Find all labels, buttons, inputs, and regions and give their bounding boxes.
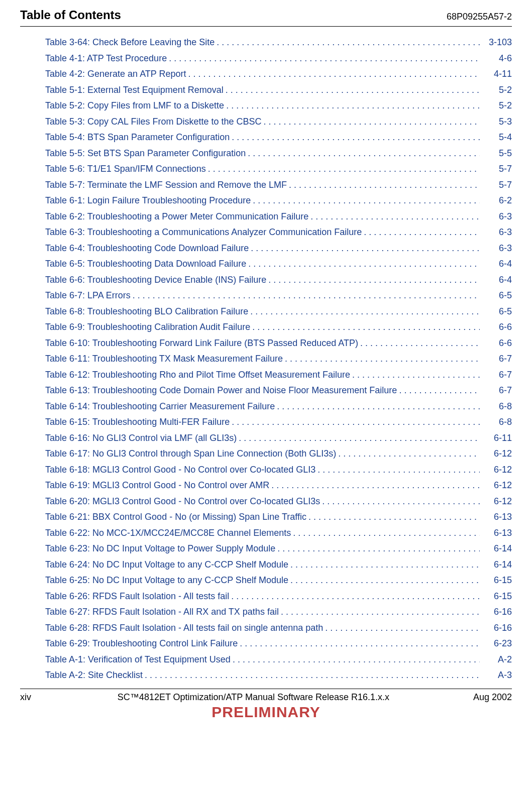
toc-entry[interactable]: Table 6-20: MGLI3 Control Good - No Cont…: [45, 494, 512, 510]
toc-entry-leader: [233, 652, 480, 668]
toc-entry[interactable]: Table 6-6: Troubleshooting Device Enable…: [45, 272, 512, 288]
toc-entry[interactable]: Table 6-4: Troubleshooting Code Download…: [45, 241, 512, 257]
toc-entry[interactable]: Table 6-1: Login Failure Troubleshooting…: [45, 193, 512, 209]
toc-entry[interactable]: Table 6-17: No GLI3 Control through Span…: [45, 446, 512, 462]
toc-entry-leader: [325, 620, 480, 636]
toc-entry[interactable]: Table 6-9: Troubleshooting Calibration A…: [45, 319, 512, 335]
toc-entry[interactable]: Table 5-7: Terminate the LMF Session and…: [45, 177, 512, 193]
toc-entry-page: 6-5: [482, 304, 512, 320]
toc-entry-leader: [133, 288, 480, 304]
toc-entry-leader: [281, 604, 480, 620]
toc-entry-page: 6-3: [482, 241, 512, 257]
toc-entry-leader: [250, 304, 480, 320]
toc-entry-page: 6-4: [482, 272, 512, 288]
toc-entry-page: 5-4: [482, 130, 512, 146]
toc-entry[interactable]: Table 6-3: Troubleshooting a Communicati…: [45, 224, 512, 241]
toc-entry[interactable]: Table 6-22: No MCC-1X/MCC24E/MCC8E Chann…: [45, 525, 512, 541]
toc-entry-leader: [271, 478, 480, 494]
toc-entry-label: Table A-2: Site Checklist: [45, 667, 143, 684]
toc-entry-leader: [322, 494, 480, 510]
toc-entry[interactable]: Table 5-5: Set BTS Span Parameter Config…: [45, 146, 512, 162]
toc-entry-page: 6-8: [482, 399, 512, 415]
footer-date: Aug 2002: [452, 692, 512, 703]
toc-entry-leader: [248, 146, 480, 162]
header-docnum: 68P09255A57-2: [447, 12, 512, 22]
toc-entry-page: 5-7: [482, 161, 512, 177]
toc-entry-leader: [360, 335, 480, 352]
toc-entry[interactable]: Table 5-3: Copy CAL Files From Diskette …: [45, 114, 512, 130]
toc-entry[interactable]: Table 6-11: Troubleshooting TX Mask Meas…: [45, 351, 512, 367]
toc-entry-page: 5-2: [482, 98, 512, 114]
toc-entry-label: Table 6-12: Troubleshooting Rho and Pilo…: [45, 367, 350, 383]
toc-entry-label: Table 6-18: MGLI3 Control Good - No Cont…: [45, 462, 315, 478]
toc-entry[interactable]: Table 6-7: LPA Errors6-5: [45, 288, 512, 304]
toc-entry[interactable]: Table 6-13: Troubleshooting Code Domain …: [45, 383, 512, 399]
toc-entry-page: 6-5: [482, 288, 512, 304]
toc-entry-page: 5-2: [482, 82, 512, 98]
toc-entry[interactable]: Table 6-14: Troubleshooting Carrier Meas…: [45, 399, 512, 415]
toc-entry[interactable]: Table 3-64: Check Before Leaving the Sit…: [45, 35, 512, 51]
toc-entry[interactable]: Table 6-16: No GLI3 Control via LMF (all…: [45, 430, 512, 446]
toc-entry[interactable]: Table 6-2: Troubleshooting a Power Meter…: [45, 209, 512, 225]
toc-entry[interactable]: Table 5-6: T1/E1 Span/IFM Connections5-7: [45, 161, 512, 177]
toc-entry[interactable]: Table 6-19: MGLI3 Control Good - No Cont…: [45, 478, 512, 494]
toc-entry-page: 6-8: [482, 414, 512, 430]
toc-entry-leader: [248, 256, 480, 272]
toc-entry[interactable]: Table 6-21: BBX Control Good - No (or Mi…: [45, 509, 512, 525]
toc-entry[interactable]: Table 6-18: MGLI3 Control Good - No Cont…: [45, 462, 512, 478]
toc-entry[interactable]: Table 5-2: Copy Files from LMF to a Disk…: [45, 98, 512, 114]
toc-entry-label: Table 4-1: ATP Test Procedure: [45, 51, 167, 67]
toc-entry-leader: [268, 272, 480, 288]
toc-entry[interactable]: Table 6-24: No DC Input Voltage to any C…: [45, 557, 512, 573]
toc-entry-label: Table 6-8: Troubleshooting BLO Calibrati…: [45, 304, 248, 320]
toc-entry-leader: [352, 367, 480, 383]
toc-entry-leader: [169, 51, 480, 67]
toc-entry[interactable]: Table A-1: Verification of Test Equipmen…: [45, 652, 512, 668]
toc-entry-page: 6-13: [482, 525, 512, 541]
toc-entry-page: 6-11: [482, 430, 512, 446]
toc-entry-page: A-3: [482, 667, 512, 684]
toc-entry-page: 5-5: [482, 146, 512, 162]
toc-entry-label: Table 5-5: Set BTS Span Parameter Config…: [45, 146, 246, 162]
toc-entry[interactable]: Table 6-8: Troubleshooting BLO Calibrati…: [45, 304, 512, 320]
toc-entry[interactable]: Table 6-10: Troubleshooting Forward Link…: [45, 335, 512, 352]
toc-entry[interactable]: Table 4-2: Generate an ATP Report4-11: [45, 66, 512, 82]
toc-entry-label: Table 6-22: No MCC-1X/MCC24E/MCC8E Chann…: [45, 525, 291, 541]
toc-entry-leader: [293, 525, 480, 541]
toc-entry-label: Table 6-29: Troubleshooting Control Link…: [45, 636, 238, 652]
toc-entry[interactable]: Table 6-23: No DC Input Voltage to Power…: [45, 541, 512, 557]
toc-entry-leader: [232, 130, 480, 146]
toc-entry[interactable]: Table 6-26: RFDS Fault Isolation - All t…: [45, 589, 512, 605]
toc-entry[interactable]: Table 6-25: No DC Input Voltage to any C…: [45, 573, 512, 589]
toc-entry-label: Table 4-2: Generate an ATP Report: [45, 66, 186, 82]
toc-entry-label: Table 6-7: LPA Errors: [45, 288, 131, 304]
toc-entry-page: 6-6: [482, 335, 512, 352]
toc-entry[interactable]: Table 6-27: RFDS Fault Isolation - All R…: [45, 604, 512, 620]
toc-entry[interactable]: Table 6-29: Troubleshooting Control Link…: [45, 636, 512, 652]
toc-entry-label: Table 6-14: Troubleshooting Carrier Meas…: [45, 399, 275, 415]
toc-entry[interactable]: Table 5-4: BTS Span Parameter Configurat…: [45, 130, 512, 146]
toc-entry-label: Table 6-13: Troubleshooting Code Domain …: [45, 383, 397, 399]
toc-entry-label: Table 6-25: No DC Input Voltage to any C…: [45, 573, 288, 589]
toc-entry-leader: [252, 319, 480, 335]
toc-entry-page: 6-12: [482, 446, 512, 462]
toc-entry[interactable]: Table 5-1: External Test Equipment Remov…: [45, 82, 512, 98]
toc-entry-page: 5-3: [482, 114, 512, 130]
toc-entry[interactable]: Table 4-1: ATP Test Procedure4-6: [45, 51, 512, 67]
toc-entry-leader: [232, 414, 480, 430]
table-of-contents: Table 3-64: Check Before Leaving the Sit…: [0, 27, 532, 684]
page: Table of Contents 68P09255A57-2 Table 3-…: [0, 0, 532, 788]
toc-entry[interactable]: Table A-2: Site ChecklistA-3: [45, 667, 512, 684]
toc-entry[interactable]: Table 6-12: Troubleshooting Rho and Pilo…: [45, 367, 512, 383]
toc-entry[interactable]: Table 6-15: Troubleshooting Multi-FER Fa…: [45, 414, 512, 430]
toc-entry-page: 4-6: [482, 51, 512, 67]
toc-entry-label: Table 6-11: Troubleshooting TX Mask Meas…: [45, 351, 283, 367]
toc-entry-label: Table 6-15: Troubleshooting Multi-FER Fa…: [45, 414, 230, 430]
toc-entry[interactable]: Table 6-28: RFDS Fault Isolation - All t…: [45, 620, 512, 636]
toc-entry-page: A-2: [482, 652, 512, 668]
toc-entry-label: Table 6-4: Troubleshooting Code Download…: [45, 241, 249, 257]
toc-entry-label: Table 5-6: T1/E1 Span/IFM Connections: [45, 161, 206, 177]
toc-entry-page: 6-15: [482, 573, 512, 589]
toc-entry[interactable]: Table 6-5: Troubleshooting Data Download…: [45, 256, 512, 272]
toc-entry-page: 5-7: [482, 177, 512, 193]
